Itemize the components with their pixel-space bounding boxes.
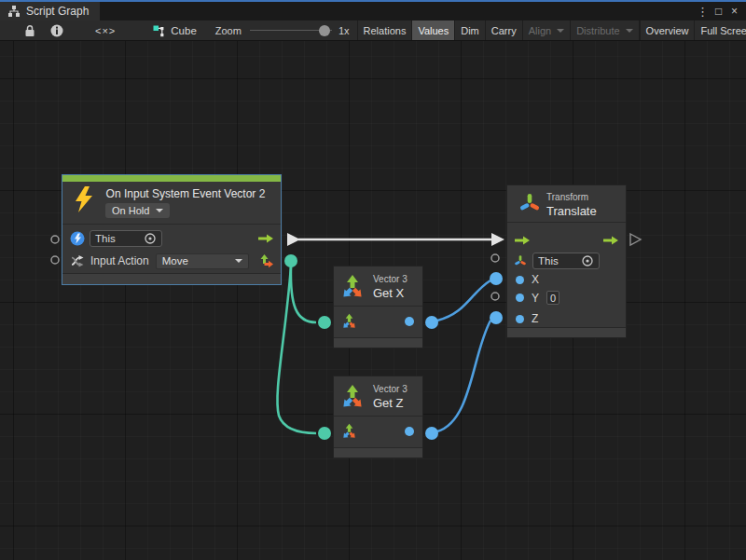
event-node-footer: [62, 273, 281, 284]
y-label: Y: [532, 292, 539, 305]
event-inputaction-input-port[interactable]: [51, 256, 59, 264]
overview-button[interactable]: Overview: [640, 20, 696, 40]
object-picker-icon[interactable]: [144, 232, 157, 245]
flow-arrow-out-icon: [602, 235, 619, 246]
input-action-value: Move: [162, 255, 188, 266]
node-get-z[interactable]: Vector 3 Get Z: [333, 376, 423, 458]
getx-result-port[interactable]: [405, 317, 414, 326]
event-this-value: This: [95, 233, 116, 244]
zoom-slider[interactable]: [250, 20, 332, 41]
chevron-down-icon: [626, 29, 633, 33]
event-inputaction-row: Input Action Move: [70, 253, 274, 269]
script-graph-window: Script Graph ⋮ □ × <×>: [0, 0, 746, 560]
chevron-down-icon: [156, 209, 163, 212]
chevron-down-icon: [235, 259, 242, 263]
tab-script-graph[interactable]: Script Graph: [0, 2, 100, 20]
translate-y-row: Y 0: [516, 291, 619, 305]
wire-getz-to-translate-z: [437, 321, 490, 431]
z-port-dot[interactable]: [516, 315, 524, 323]
getx-type-label: Vector 3: [373, 274, 408, 284]
translate-output-trigger-port[interactable]: [630, 234, 641, 245]
window-controls: ⋮ □ ×: [695, 2, 742, 20]
getx-body: [334, 307, 422, 335]
translate-this-input-port[interactable]: [491, 254, 499, 262]
translate-input-trigger-port[interactable]: [491, 233, 504, 246]
node-get-x[interactable]: Vector 3 Get X: [333, 266, 423, 348]
getz-result-port[interactable]: [405, 427, 414, 436]
node-translate[interactable]: Transform Translate: [506, 184, 627, 338]
dim-button[interactable]: Dim: [455, 20, 486, 40]
translate-category-label: Transform: [546, 192, 588, 202]
lightning-icon: [75, 186, 93, 212]
carry-button[interactable]: Carry: [486, 20, 523, 40]
tab-label: Script Graph: [26, 5, 89, 18]
distribute-label: Distribute: [576, 25, 619, 36]
align-dropdown[interactable]: Align: [523, 20, 571, 40]
getx-op-label: Get X: [373, 286, 404, 300]
toolbar-buttons: Relations Values Dim Carry Align Distrib…: [357, 20, 746, 40]
input-action-icon: [70, 253, 85, 268]
event-mode-dropdown[interactable]: On Hold: [105, 203, 170, 218]
transform-mini-icon[interactable]: [514, 254, 527, 267]
vector3-icon: [340, 384, 365, 410]
object-picker-icon[interactable]: [581, 254, 594, 267]
event-node-green-bar: [62, 175, 281, 182]
event-type-icon: [70, 231, 85, 246]
chevron-down-icon: [557, 29, 564, 33]
y-port-dot[interactable]: [516, 294, 524, 302]
translate-footer: [507, 327, 626, 337]
info-icon: [50, 24, 63, 37]
values-button[interactable]: Values: [412, 20, 455, 40]
translate-z-input-port[interactable]: [490, 311, 503, 324]
zoom-control: Zoom 1x: [215, 20, 350, 40]
window-menu-button[interactable]: ⋮: [695, 5, 711, 19]
input-action-dropdown[interactable]: Move: [156, 253, 249, 269]
event-this-field[interactable]: This: [90, 230, 162, 247]
info-button[interactable]: [43, 20, 71, 40]
input-action-label: Input Action: [90, 254, 149, 267]
getz-body: [334, 417, 422, 445]
relations-button[interactable]: Relations: [358, 20, 413, 40]
distribute-dropdown[interactable]: Distribute: [571, 20, 639, 40]
graph-name: Cube: [171, 25, 197, 36]
graph-canvas[interactable]: On Input System Event Vector 2 On Hold T…: [0, 41, 746, 560]
wire-vector2-to-getx: [291, 266, 316, 322]
getz-input-port[interactable]: [318, 427, 331, 440]
translate-z-row: Z: [516, 312, 619, 325]
zoom-slider-handle[interactable]: [319, 25, 330, 36]
graph-toolbar: <×> Cube Zoom 1x Relations Values Dim Ca…: [0, 20, 746, 41]
hierarchy-icon: [7, 5, 21, 18]
translate-this-row: This: [514, 253, 619, 269]
event-output-trigger-port[interactable]: [287, 233, 300, 246]
vector2-icon: [259, 253, 274, 268]
flow-arrow-in-icon: [514, 235, 531, 246]
getx-input-port[interactable]: [318, 316, 331, 329]
getz-footer: [334, 447, 422, 458]
translate-header: Transform Translate: [507, 185, 626, 223]
close-button[interactable]: ×: [726, 5, 742, 18]
vector3-icon: [340, 274, 365, 300]
vector3-mini-icon[interactable]: [341, 423, 357, 440]
translate-x-input-port[interactable]: [490, 272, 503, 285]
event-this-input-port[interactable]: [51, 236, 59, 243]
event-mode-value: On Hold: [112, 205, 149, 216]
zoom-value: 1x: [338, 25, 350, 36]
event-vector2-output-port[interactable]: [284, 254, 297, 267]
getz-output-port[interactable]: [425, 427, 438, 440]
graph-breadcrumb[interactable]: Cube: [149, 20, 200, 40]
vector3-mini-icon[interactable]: [341, 313, 357, 330]
node-on-input-system-event[interactable]: On Input System Event Vector 2 On Hold T…: [62, 174, 282, 285]
translate-flow-row: [514, 233, 619, 248]
title-bar: Script Graph ⋮ □ ×: [0, 0, 746, 20]
x-port-dot[interactable]: [516, 276, 524, 284]
translate-this-field[interactable]: This: [532, 253, 600, 269]
getx-output-port[interactable]: [425, 316, 438, 329]
y-value-input[interactable]: 0: [546, 291, 560, 305]
translate-y-input-port[interactable]: [491, 293, 499, 300]
lock-button[interactable]: [17, 20, 43, 40]
getx-header: Vector 3 Get X: [334, 266, 422, 307]
translate-op-label: Translate: [546, 204, 597, 218]
code-view-button[interactable]: <×>: [88, 20, 123, 40]
maximize-button[interactable]: □: [711, 5, 726, 18]
full-screen-button[interactable]: Full Screen: [695, 20, 746, 40]
